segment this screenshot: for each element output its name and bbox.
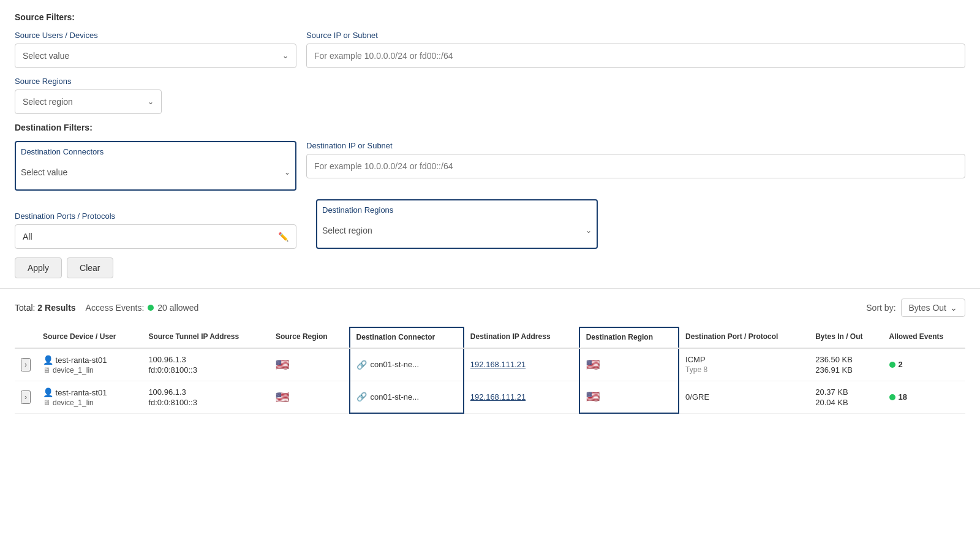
user-icon: 👤 [43, 355, 53, 365]
dest-ports-label: Destination Ports / Protocols [15, 211, 296, 221]
source-users-chevron-icon: ⌄ [282, 51, 288, 60]
sort-label: Sort by: [866, 303, 895, 313]
dest-port-sub: Type 8 [685, 365, 803, 374]
expand-button[interactable]: › [21, 390, 31, 404]
dest-regions-chevron-icon: ⌄ [586, 226, 592, 235]
connector-icon: 🔗 [356, 392, 367, 402]
dest-connectors-chevron-icon: ⌄ [284, 168, 290, 177]
source-tunnel-ipv6: fd:0:0:8100::3 [148, 365, 263, 375]
bytes-cell: 20.37 KB 20.04 KB [815, 387, 876, 407]
source-device-sub: 🖥 device_1_lin [43, 398, 136, 407]
source-device-name: 👤 test-ranta-st01 [43, 355, 136, 365]
allowed-green-dot-icon [889, 362, 895, 368]
sort-value: Bytes Out [909, 303, 946, 313]
allowed-badge: 18 [889, 392, 959, 402]
bytes-in: 236.50 KB [815, 355, 876, 364]
dest-ip-input[interactable] [306, 154, 965, 178]
dest-ports-value: All [23, 232, 32, 242]
dest-connector-cell: 🔗 con01-st-ne... [350, 381, 464, 413]
dest-connector-cell: 🔗 con01-st-ne... [350, 348, 464, 381]
source-device-cell: 👤 test-ranta-st01 🖥 device_1_lin [43, 387, 136, 407]
apply-button[interactable]: Apply [15, 257, 62, 278]
source-users-value: Select value [23, 51, 69, 61]
dest-region-cell: 🇺🇸 [579, 381, 679, 413]
source-device-name: 👤 test-ranta-st01 [43, 387, 136, 397]
edit-icon[interactable]: ✏️ [278, 232, 288, 242]
table-row: › 👤 test-ranta-st01 🖥 device_1_lin 100.9… [15, 381, 965, 413]
th-allowed: Allowed Events [883, 327, 965, 348]
device-icon: 🖥 [43, 398, 50, 407]
allowed-count: 2 [899, 360, 903, 369]
clear-button[interactable]: Clear [67, 257, 113, 278]
device-icon: 🖥 [43, 366, 50, 375]
th-dest-ip: Destination IP Address [464, 327, 579, 348]
source-regions-label: Source Regions [15, 77, 162, 86]
dest-connectors-select[interactable]: Select value ⌄ [21, 160, 290, 185]
source-tunnel-cell: 100.96.1.3 fd:0:0:8100::3 [148, 387, 263, 407]
source-region-flag: 🇺🇸 [276, 359, 289, 371]
dest-region-flag: 🇺🇸 [586, 359, 600, 371]
user-icon: 👤 [43, 387, 53, 397]
source-ip-input[interactable] [306, 44, 965, 68]
dest-ip-label: Destination IP or Subnet [306, 141, 965, 150]
dest-connector-value: con01-st-ne... [371, 360, 420, 369]
th-dest-port: Destination Port / Protocol [679, 327, 809, 348]
dest-region-flag: 🇺🇸 [586, 390, 600, 403]
results-table: Source Device / User Source Tunnel IP Ad… [15, 327, 965, 414]
access-events-label: Access Events: [86, 303, 145, 313]
allowed-badge: 2 [889, 360, 959, 369]
dest-connectors-label: Destination Connectors [21, 147, 290, 156]
results-total: Total: 2 Results [15, 303, 76, 313]
allowed-green-dot-icon [889, 394, 895, 400]
source-tunnel-ip: 100.96.1.3 [148, 355, 263, 364]
dest-port-cell: ICMP Type 8 [685, 355, 803, 374]
allowed-dot-icon [148, 305, 154, 311]
source-regions-value: Select region [23, 97, 73, 107]
source-region-flag: 🇺🇸 [276, 391, 289, 403]
dest-port-value: ICMP [685, 355, 803, 364]
bytes-cell: 236.50 KB 236.91 KB [815, 355, 876, 375]
source-users-label: Source Users / Devices [15, 31, 296, 40]
dest-regions-label: Destination Regions [322, 205, 592, 215]
source-device-sub: 🖥 device_1_lin [43, 366, 136, 375]
th-dest-region: Destination Region [579, 327, 679, 348]
access-events: Access Events: 20 allowed [86, 303, 199, 313]
source-users-select[interactable]: Select value ⌄ [15, 44, 296, 68]
sort-select[interactable]: Bytes Out ⌄ [901, 299, 965, 317]
connector-icon: 🔗 [356, 360, 367, 370]
dest-ports-input[interactable]: All ✏️ [15, 224, 296, 249]
source-tunnel-ip: 100.96.1.3 [148, 387, 263, 397]
th-source-region: Source Region [270, 327, 350, 348]
dest-regions-select[interactable]: Select region ⌄ [322, 218, 592, 243]
destination-filters-title: Destination Filters: [15, 123, 965, 132]
dest-port-value: 0/GRE [685, 392, 803, 402]
allowed-count: 18 [899, 392, 907, 402]
dest-ip-link[interactable]: 192.168.111.21 [470, 392, 526, 402]
th-bytes: Bytes In / Out [809, 327, 883, 348]
source-tunnel-cell: 100.96.1.3 fd:0:0:8100::3 [148, 355, 263, 375]
th-dest-connector: Destination Connector [350, 327, 464, 348]
expand-button[interactable]: › [21, 358, 31, 371]
dest-connectors-value: Select value [21, 167, 67, 177]
access-events-value: 20 allowed [157, 303, 198, 313]
th-source-device: Source Device / User [37, 327, 142, 348]
bytes-out: 236.91 KB [815, 365, 876, 375]
th-source-tunnel: Source Tunnel IP Address [142, 327, 270, 348]
table-row: › 👤 test-ranta-st01 🖥 device_1_lin 100.9… [15, 348, 965, 381]
source-device-cell: 👤 test-ranta-st01 🖥 device_1_lin [43, 355, 136, 375]
source-filters-title: Source Filters: [15, 12, 965, 22]
bytes-in: 20.37 KB [815, 387, 876, 397]
dest-region-cell: 🇺🇸 [579, 348, 679, 381]
sort-by-group: Sort by: Bytes Out ⌄ [866, 299, 965, 317]
dest-regions-value: Select region [322, 226, 372, 235]
dest-connector-value: con01-st-ne... [371, 392, 420, 402]
source-ip-label: Source IP or Subnet [306, 31, 965, 40]
source-regions-select[interactable]: Select region ⌄ [15, 89, 162, 114]
dest-port-cell: 0/GRE [685, 392, 803, 402]
source-tunnel-ipv6: fd:0:0:8100::3 [148, 398, 263, 407]
dest-ip-link[interactable]: 192.168.111.21 [470, 360, 526, 369]
source-regions-chevron-icon: ⌄ [148, 97, 154, 106]
sort-chevron-icon: ⌄ [950, 303, 957, 313]
bytes-out: 20.04 KB [815, 398, 876, 407]
